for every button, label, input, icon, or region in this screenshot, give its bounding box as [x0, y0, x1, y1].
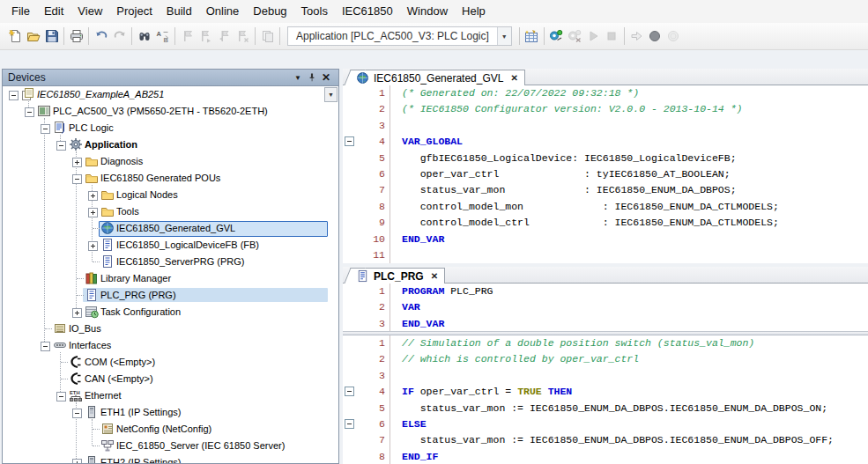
panel-menu-icon[interactable]: ▼	[291, 70, 305, 85]
expand-icon[interactable]	[72, 158, 82, 167]
tree-item-iec-61850-server-iec-61850-server[interactable]: IEC_61850_Server (IEC 61850 Server)	[3, 438, 338, 454]
fold-collapse-icon[interactable]	[345, 419, 354, 429]
toolbar-open-project-button[interactable]	[24, 26, 42, 46]
expand-icon[interactable]	[72, 459, 82, 464]
expand-icon[interactable]	[72, 308, 82, 318]
tab-plc-prg[interactable]: PLC_PRG ✕	[354, 268, 445, 284]
pou-icon	[100, 238, 115, 252]
menu-tools[interactable]: Tools	[294, 0, 335, 23]
tree-item-interfaces[interactable]: Interfaces	[3, 337, 338, 354]
toolbar-replace-button[interactable]: AB	[153, 26, 172, 46]
toolbar-copy-button[interactable]	[258, 26, 277, 46]
tree-item-netconfig-netconfig[interactable]: NetConfig (NetConfig)	[3, 421, 338, 438]
tree-item-iec61850-generated-gvl[interactable]: IEC61850_Generated_GVL	[3, 220, 338, 237]
toolbar-save-button[interactable]	[42, 26, 61, 46]
toolbar-step-over-button[interactable]	[627, 26, 646, 46]
toolbar-print-button[interactable]	[67, 26, 85, 46]
menu-debug[interactable]: Debug	[246, 0, 293, 23]
toolbar-find-button[interactable]	[135, 26, 153, 46]
fold-collapse-icon[interactable]	[345, 387, 354, 396]
tree-dropdown-button[interactable]: ▼	[324, 87, 338, 102]
active-application-selector[interactable]: Application [PLC_AC500_V3: PLC Logic]▼	[287, 26, 512, 46]
pou-icon	[356, 269, 369, 283]
tree-connector-stub	[93, 228, 100, 229]
toolbar-run-button[interactable]	[584, 26, 603, 46]
expand-icon[interactable]	[88, 191, 98, 201]
close-tab-icon[interactable]: ✕	[431, 271, 438, 281]
tree-item-io-bus[interactable]: IO_Bus	[3, 320, 338, 337]
tree-item-label: IEC61850_Generated_GVL	[115, 220, 237, 237]
toolbar-logout-button[interactable]	[566, 26, 584, 46]
tree-item-iec61850-serverprg-prg[interactable]: IEC61850_ServerPRG (PRG)	[3, 254, 338, 270]
toolbar-bookmark-toggle-button[interactable]	[178, 26, 197, 46]
toolbar-bookmark-prev-button[interactable]	[215, 26, 234, 46]
tree-item-plc-logic[interactable]: PLC Logic	[3, 120, 338, 136]
toolbar-login-button[interactable]	[547, 26, 566, 46]
collapse-icon[interactable]	[72, 174, 82, 184]
menu-online[interactable]: Online	[199, 0, 247, 23]
tree-item-task-configuration[interactable]: Task Configuration	[3, 304, 338, 320]
tree-item-logical-nodes[interactable]: Logical Nodes	[3, 187, 338, 203]
svg-text:A: A	[156, 30, 161, 38]
toolbar-undo-button[interactable]	[92, 26, 110, 46]
expand-icon[interactable]	[88, 208, 98, 217]
menu-window[interactable]: Window	[400, 0, 455, 23]
close-icon[interactable]: ✕	[319, 70, 333, 85]
tree-item-library-manager[interactable]: Library Manager	[3, 270, 338, 287]
tree-item-application[interactable]: Application	[3, 136, 338, 153]
tree-item-iec61850-logicaldevicefb-fb[interactable]: IEC61850_LogicalDeviceFB (FB)	[3, 237, 338, 254]
collapse-icon[interactable]	[41, 342, 50, 351]
menu-view[interactable]: View	[70, 0, 109, 23]
code-token: THEN	[548, 386, 573, 397]
toolbar-new-file-button[interactable]	[5, 26, 24, 46]
tree-item-eth1-ip-settings[interactable]: ETH1 (IP Settings)	[3, 404, 338, 421]
toolbar-bookmark-clear-button[interactable]	[234, 26, 252, 46]
menu-build[interactable]: Build	[160, 0, 199, 23]
collapse-icon[interactable]	[25, 107, 34, 117]
close-tab-icon[interactable]: ✕	[510, 73, 517, 83]
toolbar-breakpoint-button[interactable]	[646, 26, 664, 46]
devices-panel-title: Devices	[8, 71, 46, 84]
collapse-icon[interactable]	[56, 392, 66, 401]
tree-item-plc-ac500-v3-pm5650-2eth-tb5620-2eth[interactable]: PLC_AC500_V3 (PM5650-2ETH - TB5620-2ETH)	[3, 103, 338, 120]
tree-item-eth2-ip-settings[interactable]: ETH2 (IP Settings)	[3, 454, 338, 464]
menu-help[interactable]: Help	[455, 0, 493, 23]
chevron-down-icon[interactable]: ▼	[497, 27, 511, 45]
expand-icon[interactable]	[88, 241, 98, 251]
tree-item-plc-prg-prg[interactable]: PLC_PRG (PRG)	[3, 287, 338, 304]
plcprg-body-editor[interactable]: 1// Simulation of a double position swit…	[343, 335, 868, 464]
tree-item-diagnosis[interactable]: Diagnosis	[3, 153, 338, 170]
code-line: 2// which is controlled by oper_var_ctrl	[343, 351, 868, 367]
tree-item-can-empty[interactable]: CAN (<Empty>)	[3, 371, 338, 387]
menu-file[interactable]: File	[4, 0, 37, 23]
code-token: status_var_mon : IEC61850_ENUM_DA_DBPOS;	[402, 184, 737, 195]
line-number: 8	[343, 199, 385, 215]
toolbar-breakpoint-disabled-button[interactable]	[664, 26, 683, 46]
collapse-icon[interactable]	[9, 91, 19, 100]
tab-iec61850-generated-gvl[interactable]: IEC61850_Generated_GVL ✕	[354, 70, 525, 85]
tree-item-tools[interactable]: Tools	[3, 203, 338, 220]
code-token: ELSE	[402, 418, 427, 430]
menu-edit[interactable]: Edit	[37, 0, 70, 23]
tree-item-iec61850-generated-pous[interactable]: IEC61850 Generated POUs	[3, 170, 338, 187]
tree-item-label: Library Manager	[99, 270, 173, 287]
tree-item-label: PLC Logic	[67, 120, 115, 136]
menu-iec61850[interactable]: IEC61850	[335, 0, 400, 23]
menu-project[interactable]: Project	[109, 0, 159, 23]
collapse-icon[interactable]	[56, 141, 66, 151]
toolbar-build-button[interactable]	[523, 26, 541, 46]
toolbar-bookmark-next-button[interactable]	[197, 26, 215, 46]
library-icon	[85, 271, 99, 285]
collapse-icon[interactable]	[72, 409, 82, 418]
fold-collapse-icon[interactable]	[345, 136, 354, 146]
code-token: PLC_PRG	[444, 285, 493, 297]
plcprg-declaration-editor[interactable]: 1PROGRAM PLC_PRG2VAR3END_VAR	[343, 284, 868, 332]
tree-item-iec61850-examplea-ab251[interactable]: IEC61850_ExampleA_AB251	[3, 86, 338, 103]
collapse-icon[interactable]	[41, 124, 50, 134]
toolbar-redo-button[interactable]	[110, 26, 129, 46]
toolbar-stop-button[interactable]	[603, 26, 621, 46]
pin-icon[interactable]	[305, 70, 319, 85]
gvl-code-editor[interactable]: 1(* Generated on: 22/07/2022 09:32:18 *)…	[343, 85, 868, 263]
tree-item-com-empty[interactable]: COM (<Empty>)	[3, 354, 338, 371]
tree-item-ethernet[interactable]: ETHEthernet	[3, 387, 338, 404]
